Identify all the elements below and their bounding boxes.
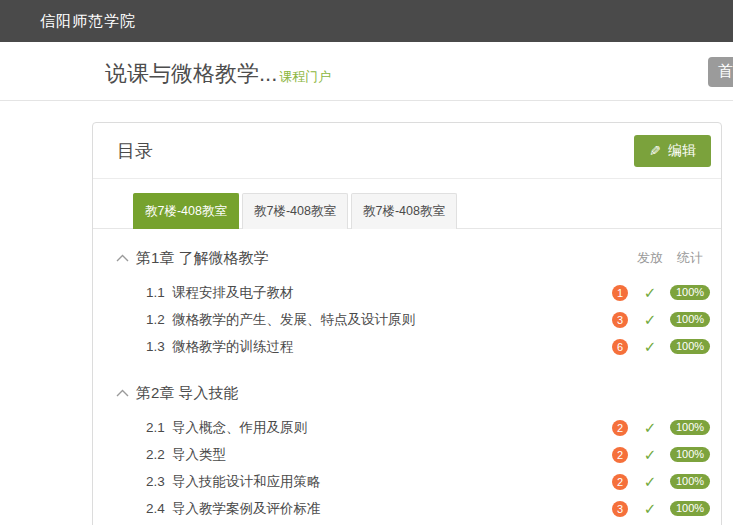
progress-pill[interactable]: 100% — [670, 420, 710, 436]
section-number: 1.1 — [146, 285, 172, 300]
section-title[interactable]: 导入技能设计和应用策略 — [172, 473, 607, 491]
section-row: 1.2 微格教学的产生、发展、特点及设计原则 3 ✓ 100% — [115, 306, 715, 333]
section-title[interactable]: 微格教学的产生、发展、特点及设计原则 — [172, 311, 607, 329]
column-header-stats: 统计 — [667, 249, 713, 267]
task-count-badge[interactable]: 1 — [612, 285, 628, 301]
section-title[interactable]: 微格教学的训练过程 — [172, 338, 607, 356]
section-number: 1.3 — [146, 339, 172, 354]
issued-check-icon[interactable]: ✓ — [633, 500, 667, 518]
home-button[interactable]: 首页 — [708, 57, 733, 87]
classroom-tabs: 教7楼-408教室 教7楼-408教室 教7楼-408教室 — [93, 179, 721, 229]
edit-button[interactable]: ✎ 编辑 — [634, 135, 711, 167]
section-row: 2.4 导入教学案例及评价标准 3 ✓ 100% — [115, 495, 715, 522]
toc-title: 目录 — [117, 139, 153, 163]
tab-classroom-3[interactable]: 教7楼-408教室 — [351, 193, 457, 229]
issued-check-icon[interactable]: ✓ — [633, 284, 667, 302]
progress-pill[interactable]: 100% — [670, 285, 710, 301]
section-number: 1.2 — [146, 312, 172, 327]
section-number: 2.2 — [146, 447, 172, 462]
task-count-badge[interactable]: 2 — [612, 420, 628, 436]
progress-pill[interactable]: 100% — [670, 312, 710, 328]
task-count-badge[interactable]: 2 — [612, 447, 628, 463]
chapter-title: 第2章 导入技能 — [136, 384, 715, 403]
progress-pill[interactable]: 100% — [670, 447, 710, 463]
section-row: 1.3 微格教学的训练过程 6 ✓ 100% — [115, 333, 715, 360]
section-title[interactable]: 导入类型 — [172, 446, 607, 464]
section-number: 2.1 — [146, 420, 172, 435]
task-count-badge[interactable]: 3 — [612, 501, 628, 517]
section-title[interactable]: 课程安排及电子教材 — [172, 284, 607, 302]
progress-pill[interactable]: 100% — [670, 339, 710, 355]
section-title[interactable]: 导入教学案例及评价标准 — [172, 500, 607, 518]
section-row: 2.3 导入技能设计和应用策略 2 ✓ 100% — [115, 468, 715, 495]
chapter-1-header[interactable]: 第1章 了解微格教学 发放 统计 — [115, 245, 715, 271]
progress-pill[interactable]: 100% — [670, 501, 710, 517]
chapter-list: 第1章 了解微格教学 发放 统计 1.1 课程安排及电子教材 1 ✓ 100% … — [93, 229, 721, 525]
issued-check-icon[interactable]: ✓ — [633, 311, 667, 329]
issued-check-icon[interactable]: ✓ — [633, 338, 667, 356]
issued-check-icon[interactable]: ✓ — [633, 473, 667, 491]
pencil-icon: ✎ — [649, 143, 661, 159]
topbar: 信阳师范学院 — [0, 0, 733, 42]
section-row: 1.1 课程安排及电子教材 1 ✓ 100% — [115, 279, 715, 306]
task-count-badge[interactable]: 2 — [612, 474, 628, 490]
section-number: 2.4 — [146, 501, 172, 516]
section-row: 2.1 导入概念、作用及原则 2 ✓ 100% — [115, 414, 715, 441]
chevron-up-icon — [115, 251, 129, 265]
chevron-up-icon — [115, 386, 129, 400]
toc-card: 目录 ✎ 编辑 教7楼-408教室 教7楼-408教室 教7楼-408教室 第1… — [92, 122, 722, 525]
section-number: 2.3 — [146, 474, 172, 489]
toc-card-header: 目录 ✎ 编辑 — [93, 123, 721, 179]
progress-pill[interactable]: 100% — [670, 474, 710, 490]
task-count-badge[interactable]: 3 — [612, 312, 628, 328]
task-count-badge[interactable]: 6 — [612, 339, 628, 355]
chapter-2-header[interactable]: 第2章 导入技能 — [115, 380, 715, 406]
section-row: 2.2 导入类型 2 ✓ 100% — [115, 441, 715, 468]
issued-check-icon[interactable]: ✓ — [633, 446, 667, 464]
course-title-wrap: 说课与微格教学... 课程门户 — [105, 59, 331, 89]
tab-classroom-2[interactable]: 教7楼-408教室 — [242, 193, 348, 229]
tab-classroom-1[interactable]: 教7楼-408教室 — [133, 193, 239, 229]
edit-button-label: 编辑 — [668, 142, 696, 160]
issued-check-icon[interactable]: ✓ — [633, 419, 667, 437]
page-header: 说课与微格教学... 课程门户 首页 — [0, 42, 733, 101]
school-name: 信阳师范学院 — [40, 12, 136, 31]
column-header-issue: 发放 — [633, 249, 667, 267]
course-portal-link[interactable]: 课程门户 — [279, 68, 331, 86]
chapter-2: 第2章 导入技能 2.1 导入概念、作用及原则 2 ✓ 100% 2.2 导入类… — [115, 380, 715, 522]
course-title: 说课与微格教学... — [105, 59, 277, 89]
chapter-title: 第1章 了解微格教学 — [136, 249, 633, 268]
chapter-1: 第1章 了解微格教学 发放 统计 1.1 课程安排及电子教材 1 ✓ 100% … — [115, 245, 715, 360]
section-title[interactable]: 导入概念、作用及原则 — [172, 419, 607, 437]
